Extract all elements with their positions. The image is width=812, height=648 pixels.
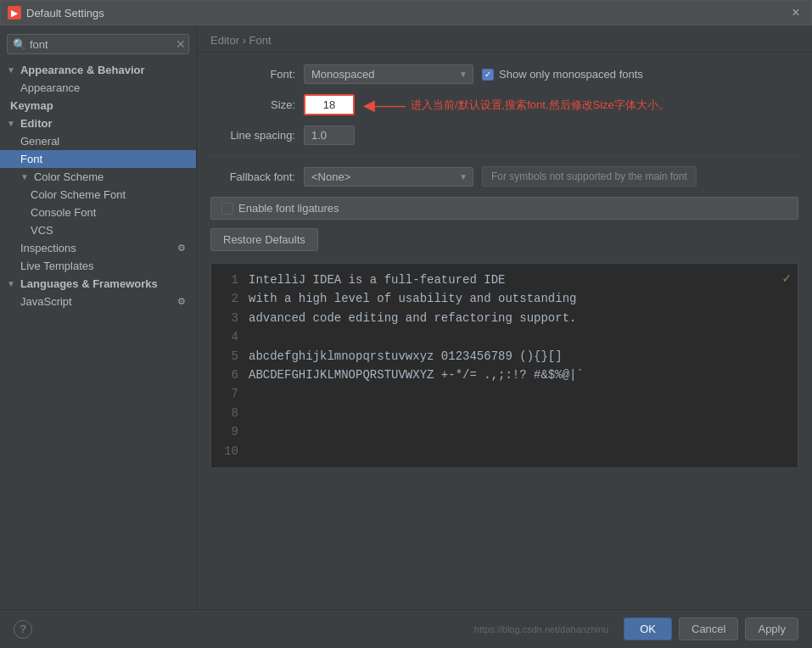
checkmark-icon: ✓ xyxy=(782,269,791,291)
expand-icon: ▼ xyxy=(7,65,15,75)
preview-line-5: 5 abcdefghijklmnopqrstuvwxyz 0123456789 … xyxy=(221,347,787,366)
title-bar-left: ▶ Default Settings xyxy=(8,6,104,20)
restore-defaults-button[interactable]: Restore Defaults xyxy=(210,228,318,251)
font-row: Font: Monospaced ▼ ✓ Show only monospace… xyxy=(210,64,798,84)
search-clear-button[interactable]: ✕ xyxy=(176,37,186,51)
checkbox-unchecked-icon xyxy=(221,203,233,215)
bottom-bar: ? https://blog.csdn.net/dahanzhinu OK Ca… xyxy=(0,609,812,648)
sidebar-item-console-font[interactable]: Console Font xyxy=(0,204,196,221)
font-dropdown[interactable]: Monospaced ▼ xyxy=(304,64,473,84)
fallback-font-dropdown[interactable]: <None> ▼ xyxy=(304,167,473,187)
preview-line-7: 7 xyxy=(221,384,787,403)
preview-line-8: 8 xyxy=(221,404,787,422)
preview-area: ✓ 1 IntelliJ IDEA is a full-featured IDE… xyxy=(210,263,798,468)
line-spacing-input[interactable] xyxy=(304,126,355,145)
cancel-button[interactable]: Cancel xyxy=(679,617,738,640)
search-box[interactable]: 🔍 ✕ xyxy=(7,34,189,54)
preview-line-9: 9 xyxy=(221,422,787,441)
preview-line-10: 10 xyxy=(221,442,787,461)
line-number: 5 xyxy=(221,347,238,366)
annotation-text: 进入当前/默认设置,搜索font,然后修改Size字体大小。 xyxy=(411,98,669,113)
settings-panel: Font: Monospaced ▼ ✓ Show only monospace… xyxy=(197,53,812,609)
sidebar-item-color-scheme-font[interactable]: Color Scheme Font xyxy=(0,186,196,204)
warning-icon-js: ⚙ xyxy=(177,296,186,307)
enable-ligatures-button[interactable]: Enable font ligatures xyxy=(210,197,798,220)
sidebar-item-javascript[interactable]: JavaScript ⚙ xyxy=(0,293,196,310)
chevron-down-icon: ▼ xyxy=(459,172,468,182)
line-number: 1 xyxy=(221,271,238,289)
sidebar-item-editor[interactable]: ▼ Editor xyxy=(0,115,196,132)
line-number: 2 xyxy=(221,289,238,308)
close-button[interactable]: × xyxy=(787,4,804,21)
sidebar-item-color-scheme[interactable]: ▼ Color Scheme xyxy=(0,168,196,186)
expand-icon: ▼ xyxy=(20,172,29,182)
sidebar: 🔍 ✕ ▼ Appearance & Behavior Appearance K… xyxy=(0,25,197,609)
sidebar-item-font[interactable]: Font xyxy=(0,150,196,168)
arrow-icon: ◀—— xyxy=(363,96,406,115)
expand-icon: ▼ xyxy=(7,279,15,288)
bottom-right: https://blog.csdn.net/dahanzhinu OK Canc… xyxy=(474,617,798,640)
ok-button[interactable]: OK xyxy=(624,617,672,640)
show-monospaced-checkbox[interactable]: ✓ Show only monospaced fonts xyxy=(482,68,643,81)
line-number: 4 xyxy=(221,327,238,346)
help-button[interactable]: ? xyxy=(14,620,32,639)
line-number: 10 xyxy=(221,442,238,461)
sidebar-item-appearance[interactable]: Appearance xyxy=(0,79,196,97)
preview-line-6: 6 ABCDEFGHIJKLMNOPQRSTUVWXYZ +-*/= .,;:!… xyxy=(221,366,787,384)
sidebar-item-vcs[interactable]: VCS xyxy=(0,221,196,239)
checkbox-checked-icon: ✓ xyxy=(482,69,494,81)
title-bar: ▶ Default Settings × xyxy=(0,0,812,25)
line-number: 7 xyxy=(221,384,238,403)
apply-button[interactable]: Apply xyxy=(745,617,798,640)
bottom-left: ? xyxy=(14,620,32,639)
size-input[interactable] xyxy=(304,94,355,115)
search-icon: 🔍 xyxy=(13,38,26,51)
dialog-title: Default Settings xyxy=(26,7,104,20)
size-row: Size: ◀—— 进入当前/默认设置,搜索font,然后修改Size字体大小。 xyxy=(210,94,798,115)
sidebar-item-live-templates[interactable]: Live Templates xyxy=(0,257,196,275)
line-spacing-label: Line spacing: xyxy=(210,129,295,142)
font-label: Font: xyxy=(210,68,295,81)
preview-line-1: 1 IntelliJ IDEA is a full-featured IDE xyxy=(221,271,787,289)
main-container: 🔍 ✕ ▼ Appearance & Behavior Appearance K… xyxy=(0,25,812,609)
fallback-font-label: Fallback font: xyxy=(210,170,295,183)
preview-line-2: 2 with a high level of usability and out… xyxy=(221,289,787,308)
preview-line-3: 3 advanced code editing and refactoring … xyxy=(221,309,787,327)
app-icon: ▶ xyxy=(8,6,21,20)
sidebar-item-languages-frameworks[interactable]: ▼ Languages & Frameworks xyxy=(0,275,196,293)
watermark-text: https://blog.csdn.net/dahanzhinu xyxy=(474,624,608,634)
sidebar-item-general[interactable]: General xyxy=(0,132,196,150)
preview-line-4: 4 xyxy=(221,327,787,346)
chevron-down-icon: ▼ xyxy=(459,70,468,79)
divider xyxy=(210,155,798,156)
breadcrumb: Editor › Font xyxy=(197,25,812,53)
line-number: 8 xyxy=(221,404,238,422)
fallback-info-label: For symbols not supported by the main fo… xyxy=(482,166,697,187)
warning-icon: ⚙ xyxy=(177,243,186,254)
sidebar-item-inspections[interactable]: Inspections ⚙ xyxy=(0,239,196,257)
annotation: ◀—— 进入当前/默认设置,搜索font,然后修改Size字体大小。 xyxy=(363,96,669,115)
fallback-font-row: Fallback font: <None> ▼ For symbols not … xyxy=(210,166,798,187)
line-number: 9 xyxy=(221,422,238,441)
size-label: Size: xyxy=(210,98,295,111)
line-spacing-row: Line spacing: xyxy=(210,126,798,145)
line-number: 3 xyxy=(221,309,238,327)
expand-icon: ▼ xyxy=(7,119,15,128)
line-number: 6 xyxy=(221,366,238,384)
sidebar-item-keymap[interactable]: Keymap xyxy=(0,97,196,115)
search-input[interactable] xyxy=(30,38,172,51)
sidebar-item-appearance-behavior[interactable]: ▼ Appearance & Behavior xyxy=(0,61,196,79)
content-area: Editor › Font Font: Monospaced ▼ ✓ Show … xyxy=(197,25,812,609)
